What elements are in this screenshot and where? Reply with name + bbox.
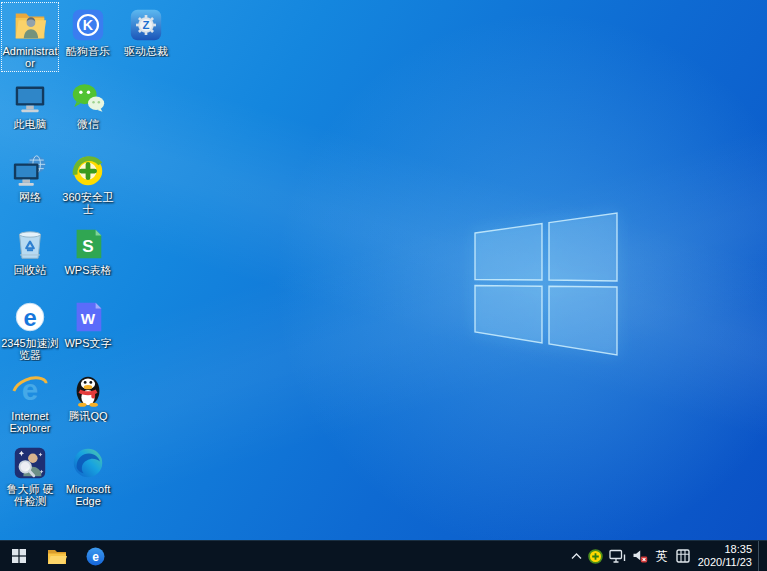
- desktop-icon-label: 微信: [59, 118, 117, 130]
- tencent-qq-icon: [69, 371, 107, 409]
- desktop-icon-label: WPS文字: [59, 337, 117, 349]
- network-icon: [11, 152, 49, 190]
- desktop-icon-label: Microsoft Edge: [59, 483, 117, 507]
- clock-time: 18:35: [698, 543, 752, 556]
- microsoft-edge-icon: [69, 444, 107, 482]
- wps-doc-icon: W: [69, 298, 107, 336]
- svg-text:W: W: [81, 310, 96, 327]
- browser-e-icon: e: [86, 547, 105, 566]
- desktop-icon-label: 驱动总裁: [117, 45, 175, 57]
- desktop-icon-administrator[interactable]: Administrator: [1, 2, 59, 72]
- desktop-icon-recycle-bin[interactable]: 回收站: [1, 221, 59, 291]
- desktop-icon-wechat[interactable]: 微信: [59, 75, 117, 145]
- windows-start-icon: [11, 548, 27, 564]
- svg-text:Z: Z: [143, 19, 150, 31]
- desktop-icon-label: 回收站: [1, 264, 59, 276]
- taskbar: e 英 18:35 2020/11/23: [0, 540, 767, 571]
- wechat-icon: [69, 79, 107, 117]
- taskbar-file-explorer-button[interactable]: [38, 541, 76, 571]
- ludashi-icon: [11, 444, 49, 482]
- desktop-icon-label: Administrator: [1, 45, 59, 69]
- desktop-icon-label: 2345加速浏览器: [1, 337, 59, 361]
- windows-logo: [470, 205, 630, 365]
- tray-icons: [568, 541, 651, 571]
- desktop-icon-microsoft-edge[interactable]: Microsoft Edge: [59, 440, 117, 510]
- start-button[interactable]: [0, 541, 38, 571]
- desktop-icon-kugou-music[interactable]: K酷狗音乐: [59, 2, 117, 72]
- svg-text:K: K: [83, 17, 94, 33]
- taskbar-browser-e-button[interactable]: e: [76, 541, 114, 571]
- desktop-icon-2345-browser[interactable]: e2345加速浏览器: [1, 294, 59, 364]
- desktop-icon-ludashi[interactable]: 鲁大师 硬件检测: [1, 440, 59, 510]
- desktop-icon-tencent-qq[interactable]: 腾讯QQ: [59, 367, 117, 437]
- 360-safe-icon: [69, 152, 107, 190]
- desktop-icon-internet-explorer[interactable]: eInternet Explorer: [1, 367, 59, 437]
- desktop-icon-wps-doc[interactable]: WWPS文字: [59, 294, 117, 364]
- chevron-up-icon[interactable]: [568, 541, 585, 571]
- svg-text:S: S: [82, 237, 93, 256]
- desktop-icon-360-safe[interactable]: 360安全卫士: [59, 148, 117, 218]
- this-pc-icon: [11, 79, 49, 117]
- administrator-icon: [11, 6, 49, 44]
- internet-explorer-icon: e: [11, 371, 49, 409]
- driver-zongcai-icon: Z: [127, 6, 165, 44]
- file-explorer-icon: [47, 548, 67, 564]
- svg-text:e: e: [23, 304, 36, 331]
- 2345-browser-icon: e: [11, 298, 49, 336]
- desktop-icon-network[interactable]: 网络: [1, 148, 59, 218]
- kugou-music-icon: K: [69, 6, 107, 44]
- clock-date: 2020/11/23: [698, 556, 752, 569]
- desktop-icon-label: 网络: [1, 191, 59, 203]
- show-desktop-button[interactable]: [758, 541, 764, 571]
- desktop-icon-label: 鲁大师 硬件检测: [1, 483, 59, 507]
- desktop-icon-label: 360安全卫士: [59, 191, 117, 215]
- recycle-bin-icon: [11, 225, 49, 263]
- windows-desktop: AdministratorK酷狗音乐Z驱动总裁此电脑微信网络360安全卫士回收站…: [0, 0, 767, 571]
- network-tray-icon[interactable]: [606, 541, 629, 571]
- desktop-icon-label: 腾讯QQ: [59, 410, 117, 422]
- volume-muted-icon[interactable]: [629, 541, 651, 571]
- system-tray: 英 18:35 2020/11/23: [568, 541, 767, 571]
- svg-text:e: e: [92, 550, 99, 564]
- shield-360-icon[interactable]: [585, 541, 606, 571]
- desktop-icon-label: Internet Explorer: [1, 410, 59, 434]
- ime-grid-icon[interactable]: [673, 541, 693, 571]
- taskbar-buttons: e: [0, 541, 114, 571]
- desktop-icon-label: 酷狗音乐: [59, 45, 117, 57]
- desktop-icon-this-pc[interactable]: 此电脑: [1, 75, 59, 145]
- clock[interactable]: 18:35 2020/11/23: [693, 543, 758, 569]
- language-indicator[interactable]: 英: [651, 541, 673, 571]
- desktop-icon-wps-sheet[interactable]: SWPS表格: [59, 221, 117, 291]
- desktop-icon-label: WPS表格: [59, 264, 117, 276]
- wps-sheet-icon: S: [69, 225, 107, 263]
- desktop-icon-driver-zongcai[interactable]: Z驱动总裁: [117, 2, 175, 72]
- desktop-icon-label: 此电脑: [1, 118, 59, 130]
